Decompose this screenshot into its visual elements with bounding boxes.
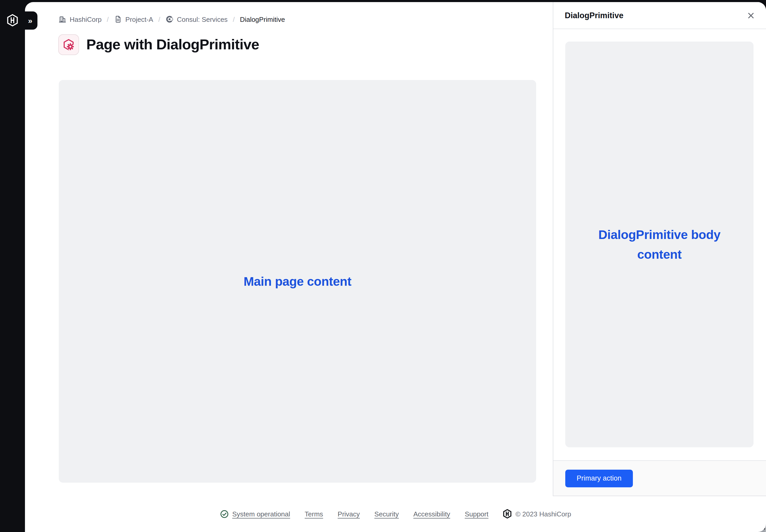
footer-link-security[interactable]: Security (374, 510, 399, 518)
breadcrumb-label: Project-A (125, 15, 153, 23)
footer-copyright: © 2023 HashiCorp (503, 509, 571, 518)
footer-link-support[interactable]: Support (465, 510, 488, 518)
footer-link-accessibility[interactable]: Accessibility (413, 510, 450, 518)
breadcrumb: HashiCorp / Project-A / (58, 15, 285, 23)
dialog-title: DialogPrimitive (565, 11, 624, 20)
breadcrumb-label: Consul: Services (177, 15, 228, 23)
main-placeholder-label: Main page content (244, 274, 352, 289)
primary-action-button[interactable]: Primary action (565, 469, 633, 487)
file-text-icon (114, 15, 122, 23)
main-content-placeholder: Main page content (59, 80, 536, 483)
dialog-placeholder-label: DialogPrimitive body content (589, 225, 730, 264)
dialog-body: DialogPrimitive body content (553, 29, 766, 460)
copyright-text: © 2023 HashiCorp (515, 510, 571, 518)
sidebar-collapsed (0, 0, 25, 532)
breadcrumb-separator: / (157, 15, 161, 23)
breadcrumb-item-project-a[interactable]: Project-A (114, 15, 153, 23)
hexagon-gear-icon (62, 38, 75, 51)
chevrons-right-icon: » (26, 17, 32, 24)
dialog-header: DialogPrimitive (553, 2, 766, 29)
breadcrumb-label: DialogPrimitive (240, 15, 285, 23)
dialog-close-button[interactable] (744, 9, 758, 22)
hashicorp-logo-icon (503, 509, 512, 518)
consul-icon (165, 15, 174, 23)
org-building-icon (58, 15, 67, 23)
footer-link-privacy[interactable]: Privacy (338, 510, 360, 518)
sidebar-expand-button[interactable]: » (21, 11, 37, 30)
dialog-panel: DialogPrimitive DialogPrimitive body con… (553, 2, 766, 496)
page-icon-tile (58, 34, 79, 55)
footer-link-terms[interactable]: Terms (305, 510, 323, 518)
x-icon (746, 11, 756, 20)
page-footer: System operational Terms Privacy Securit… (25, 498, 766, 530)
breadcrumb-item-consul-services[interactable]: Consul: Services (165, 15, 228, 23)
hashicorp-logo-icon (7, 14, 18, 26)
main-surface: HashiCorp / Project-A / (25, 2, 766, 532)
breadcrumb-item-current: DialogPrimitive (240, 15, 285, 23)
breadcrumb-separator: / (232, 15, 236, 23)
dialog-body-placeholder: DialogPrimitive body content (565, 42, 754, 447)
system-status-link[interactable]: System operational (220, 509, 290, 518)
breadcrumb-label: HashiCorp (70, 15, 102, 23)
app-window: HashiCorp / Project-A / (0, 0, 766, 532)
page-title: Page with DialogPrimitive (86, 36, 259, 53)
page-header: Page with DialogPrimitive (58, 34, 259, 55)
system-status-label: System operational (232, 510, 290, 518)
dialog-footer: Primary action (553, 460, 766, 496)
check-circle-icon (220, 509, 229, 518)
breadcrumb-item-hashicorp[interactable]: HashiCorp (58, 15, 102, 23)
breadcrumb-separator: / (106, 15, 110, 23)
